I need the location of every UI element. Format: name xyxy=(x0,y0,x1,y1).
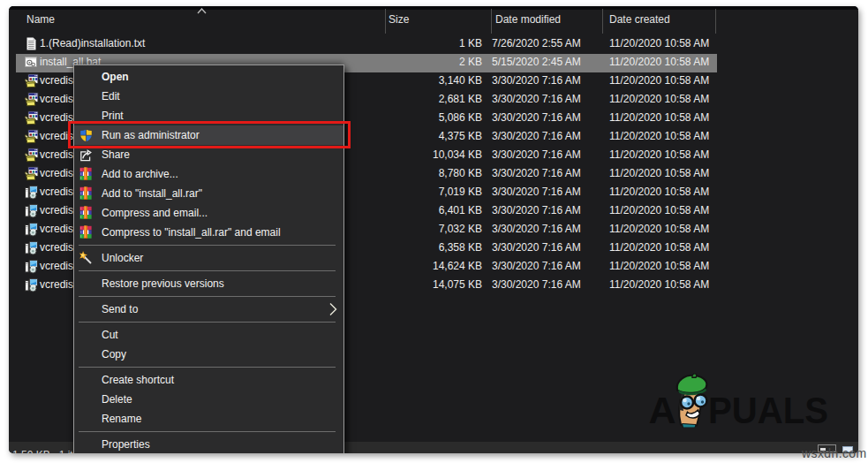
svg-text:A: A xyxy=(649,389,676,428)
svg-text:PUALS: PUALS xyxy=(708,389,828,428)
